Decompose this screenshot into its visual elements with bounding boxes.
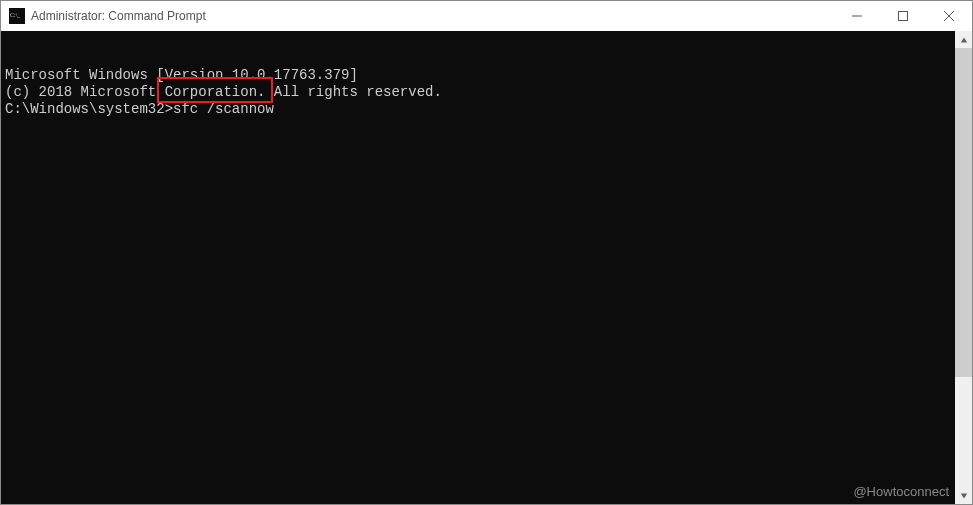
vertical-scrollbar[interactable] <box>955 31 972 504</box>
version-line: Microsoft Windows [Version 10.0.17763.37… <box>5 67 951 84</box>
scrollbar-track[interactable] <box>955 48 972 487</box>
cmd-icon: C:\_ <box>9 8 25 24</box>
maximize-button[interactable] <box>880 1 926 31</box>
copyright-line: (c) 2018 Microsoft Corporation. All righ… <box>5 84 951 101</box>
svg-marker-6 <box>960 37 966 42</box>
prompt-path: C:\Windows\system32> <box>5 101 173 117</box>
terminal-output[interactable]: Microsoft Windows [Version 10.0.17763.37… <box>1 31 955 504</box>
command-text: sfc /scannow <box>173 101 274 117</box>
window-title: Administrator: Command Prompt <box>31 9 834 23</box>
prompt-line: C:\Windows\system32>sfc /scannow <box>5 101 951 118</box>
scrollbar-thumb[interactable] <box>955 48 972 377</box>
scroll-up-button[interactable] <box>955 31 972 48</box>
titlebar[interactable]: C:\_ Administrator: Command Prompt <box>1 1 972 31</box>
window-controls <box>834 1 972 31</box>
scroll-down-button[interactable] <box>955 487 972 504</box>
minimize-button[interactable] <box>834 1 880 31</box>
terminal-container: Microsoft Windows [Version 10.0.17763.37… <box>1 31 972 504</box>
command-prompt-window: C:\_ Administrator: Command Prompt Micro… <box>0 0 973 505</box>
svg-rect-3 <box>899 12 908 21</box>
close-button[interactable] <box>926 1 972 31</box>
watermark-text: @Howtoconnect <box>853 484 949 499</box>
svg-text:C:\_: C:\_ <box>10 12 21 18</box>
svg-marker-7 <box>960 493 966 498</box>
